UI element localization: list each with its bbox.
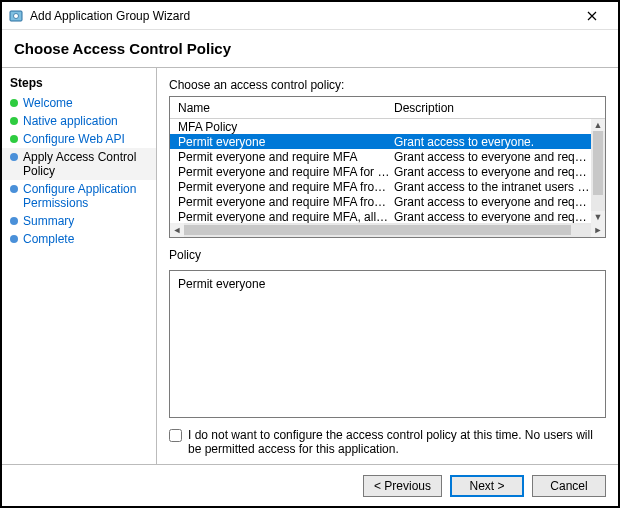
window-title: Add Application Group Wizard bbox=[30, 9, 572, 23]
step-bullet-icon bbox=[10, 153, 18, 161]
app-icon bbox=[8, 8, 24, 24]
wizard-body: Steps WelcomeNative applicationConfigure… bbox=[2, 68, 618, 464]
previous-button[interactable]: < Previous bbox=[363, 475, 442, 497]
policy-row[interactable]: Permit everyone and require MFA from ext… bbox=[170, 179, 591, 194]
steps-sidebar: Steps WelcomeNative applicationConfigure… bbox=[2, 68, 157, 464]
hscroll-thumb[interactable] bbox=[184, 225, 571, 235]
step-bullet-icon bbox=[10, 117, 18, 125]
policy-details-text: Permit everyone bbox=[178, 277, 265, 291]
step-item[interactable]: Configure Application Permissions bbox=[2, 180, 156, 212]
step-bullet-icon bbox=[10, 235, 18, 243]
skip-config-label[interactable]: I do not want to configure the access co… bbox=[188, 428, 606, 456]
step-label: Configure Web API bbox=[23, 132, 125, 146]
wizard-footer: < Previous Next > Cancel bbox=[2, 464, 618, 506]
step-label: Welcome bbox=[23, 96, 73, 110]
policy-description: Grant access to everyone. bbox=[390, 135, 591, 149]
policy-details-box: Permit everyone bbox=[169, 270, 606, 418]
step-bullet-icon bbox=[10, 99, 18, 107]
policy-listbox[interactable]: Name Description MFA PolicyPermit everyo… bbox=[169, 96, 606, 238]
policy-name: Permit everyone and require MFA from ext… bbox=[170, 180, 390, 194]
policy-description: Grant access to everyone and require MFA… bbox=[390, 150, 591, 164]
step-label: Configure Application Permissions bbox=[23, 182, 150, 210]
scroll-down-icon[interactable]: ▼ bbox=[594, 211, 603, 223]
skip-config-row: I do not want to configure the access co… bbox=[169, 428, 606, 456]
policy-name: Permit everyone and require MFA bbox=[170, 150, 390, 164]
step-item[interactable]: Apply Access Control Policy bbox=[2, 148, 156, 180]
next-button[interactable]: Next > bbox=[450, 475, 524, 497]
step-item[interactable]: Complete bbox=[2, 230, 156, 248]
step-item[interactable]: Welcome bbox=[2, 94, 156, 112]
step-item[interactable]: Configure Web API bbox=[2, 130, 156, 148]
policy-row[interactable]: MFA Policy bbox=[170, 119, 591, 134]
step-bullet-icon bbox=[10, 135, 18, 143]
choose-policy-label: Choose an access control policy: bbox=[169, 78, 606, 92]
scroll-left-icon[interactable]: ◄ bbox=[170, 225, 184, 235]
skip-config-checkbox[interactable] bbox=[169, 429, 182, 442]
policy-description: Grant access to everyone and require MFA… bbox=[390, 210, 591, 224]
page-header: Choose Access Control Policy bbox=[2, 30, 618, 68]
column-header-name[interactable]: Name bbox=[170, 101, 390, 115]
horizontal-scrollbar[interactable]: ◄ ► bbox=[170, 223, 605, 237]
close-button[interactable] bbox=[572, 4, 612, 28]
policy-row[interactable]: Permit everyone and require MFAGrant acc… bbox=[170, 149, 591, 164]
vscroll-thumb[interactable] bbox=[593, 131, 603, 195]
vertical-scrollbar[interactable]: ▲ ▼ bbox=[591, 119, 605, 223]
policy-name: Permit everyone and require MFA from una… bbox=[170, 195, 390, 209]
step-label: Complete bbox=[23, 232, 74, 246]
scroll-right-icon[interactable]: ► bbox=[591, 225, 605, 235]
scroll-up-icon[interactable]: ▲ bbox=[594, 119, 603, 131]
policy-description: Grant access to the intranet users and r… bbox=[390, 180, 591, 194]
policy-label: Policy bbox=[169, 248, 606, 262]
policy-row[interactable]: Permit everyone and require MFA, allow a… bbox=[170, 209, 591, 223]
step-label: Summary bbox=[23, 214, 74, 228]
policy-name: MFA Policy bbox=[170, 120, 390, 134]
step-label: Apply Access Control Policy bbox=[23, 150, 150, 178]
step-label: Native application bbox=[23, 114, 118, 128]
step-bullet-icon bbox=[10, 185, 18, 193]
list-scroll-area: MFA PolicyPermit everyoneGrant access to… bbox=[170, 119, 605, 223]
policy-name: Permit everyone and require MFA for spec… bbox=[170, 165, 390, 179]
policy-description: Grant access to everyone and require MFA… bbox=[390, 165, 591, 179]
policy-row[interactable]: Permit everyone and require MFA for spec… bbox=[170, 164, 591, 179]
cancel-button[interactable]: Cancel bbox=[532, 475, 606, 497]
column-header-description[interactable]: Description bbox=[390, 101, 605, 115]
policy-row[interactable]: Permit everyoneGrant access to everyone. bbox=[170, 134, 591, 149]
svg-point-1 bbox=[14, 13, 19, 18]
step-item[interactable]: Native application bbox=[2, 112, 156, 130]
policy-description: Grant access to everyone and require MFA… bbox=[390, 195, 591, 209]
titlebar: Add Application Group Wizard bbox=[2, 2, 618, 30]
list-headers: Name Description bbox=[170, 97, 605, 119]
page-title: Choose Access Control Policy bbox=[14, 40, 606, 57]
policy-name: Permit everyone bbox=[170, 135, 390, 149]
wizard-window: Add Application Group Wizard Choose Acce… bbox=[0, 0, 620, 508]
step-item[interactable]: Summary bbox=[2, 212, 156, 230]
main-panel: Choose an access control policy: Name De… bbox=[157, 68, 618, 464]
steps-title: Steps bbox=[2, 74, 156, 94]
policy-name: Permit everyone and require MFA, allow a… bbox=[170, 210, 390, 224]
policy-row[interactable]: Permit everyone and require MFA from una… bbox=[170, 194, 591, 209]
step-bullet-icon bbox=[10, 217, 18, 225]
